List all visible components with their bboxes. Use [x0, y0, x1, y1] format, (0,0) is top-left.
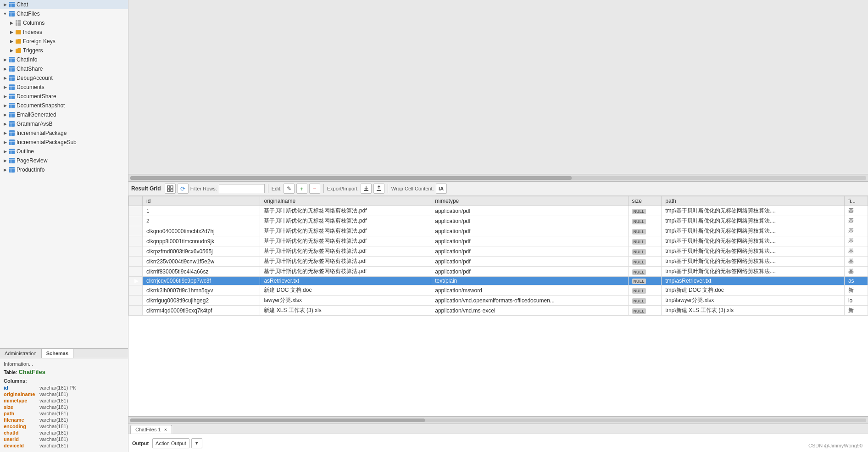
- cell-fi-0[interactable]: 基: [844, 206, 868, 216]
- cell-path-4[interactable]: tmp\基于贝叶斯优化的无标签网络剪枝算法....: [662, 246, 845, 257]
- action-output-btn[interactable]: Action Output: [152, 438, 189, 448]
- cell-originalname-0[interactable]: 基于贝叶斯优化的无标签网络剪枝算法.pdf: [260, 206, 431, 216]
- tree-item-chatinfo[interactable]: ▶ChatInfo: [0, 55, 128, 64]
- expand-arrow-10[interactable]: ▶: [2, 93, 8, 100]
- cell-originalname-7[interactable]: asRetriever.txt: [260, 277, 431, 285]
- expand-arrow-12[interactable]: ▶: [2, 112, 8, 118]
- cell-fi-10[interactable]: 新: [844, 306, 868, 316]
- tree-item-foreignkeys[interactable]: ▶Foreign Keys: [0, 37, 128, 46]
- cell-mimetype-0[interactable]: application/pdf: [431, 206, 628, 216]
- cell-path-5[interactable]: tmp\基于贝叶斯优化的无标签网络剪枝算法....: [662, 257, 845, 267]
- cell-id-6[interactable]: clkrrif830005ti9c4l4a66sz: [143, 267, 260, 277]
- cell-originalname-5[interactable]: 基于贝叶斯优化的无标签网络剪枝算法.pdf: [260, 257, 431, 267]
- cell-path-6[interactable]: tmp\基于贝叶斯优化的无标签网络剪枝算法....: [662, 267, 845, 277]
- table-row[interactable]: clkrr235v0004ti9cnw1f5e2w基于贝叶斯优化的无标签网络剪枝…: [129, 257, 868, 267]
- cell-originalname-1[interactable]: 基于贝叶斯优化的无标签网络剪枝算法.pdf: [260, 216, 431, 226]
- tree-item-documentshare[interactable]: ▶DocumentShare: [0, 92, 128, 101]
- cell-mimetype-4[interactable]: application/pdf: [431, 246, 628, 257]
- edit-delete-btn[interactable]: −: [309, 184, 320, 194]
- cell-mimetype-7[interactable]: text/plain: [431, 277, 628, 285]
- cell-id-2[interactable]: clkqno0400000timcbtx2d7hj: [143, 226, 260, 236]
- cell-fi-7[interactable]: as: [844, 277, 868, 285]
- tree-item-incrementalpackage[interactable]: ▶IncrementalPackage: [0, 128, 128, 138]
- tree-item-indexes[interactable]: ▶Indexes: [0, 28, 128, 37]
- tree-item-outline[interactable]: ▶Outline: [0, 147, 128, 156]
- table-row[interactable]: 1基于贝叶斯优化的无标签网络剪枝算法.pdfapplication/pdfNUL…: [129, 206, 868, 216]
- tree-item-pagereview[interactable]: ▶PageReview: [0, 156, 128, 165]
- cell-fi-4[interactable]: 基: [844, 246, 868, 257]
- cell-id-8[interactable]: clkrrk3lh0007ti9c1hmn5qyv: [143, 285, 260, 296]
- cell-size-2[interactable]: NULL: [628, 226, 662, 236]
- cell-path-8[interactable]: tmp\新建 DOC 文档.doc: [662, 285, 845, 296]
- cell-size-1[interactable]: NULL: [628, 216, 662, 226]
- wrap-cell-btn[interactable]: IA: [436, 184, 447, 194]
- table-row[interactable]: clkrrif830005ti9c4l4a66sz基于贝叶斯优化的无标签网络剪枝…: [129, 267, 868, 277]
- tree-item-grammaravsb[interactable]: ▶GrammarAvsB: [0, 119, 128, 128]
- cell-originalname-6[interactable]: 基于贝叶斯优化的无标签网络剪枝算法.pdf: [260, 267, 431, 277]
- cell-id-4[interactable]: clkrpzfmd0003ti9cx6v0565j: [143, 246, 260, 257]
- cell-mimetype-9[interactable]: application/vnd.openxmlformats-officedoc…: [431, 296, 628, 306]
- cell-originalname-2[interactable]: 基于贝叶斯优化的无标签网络剪枝算法.pdf: [260, 226, 431, 236]
- cell-path-1[interactable]: tmp\基于贝叶斯优化的无标签网络剪枝算法....: [662, 216, 845, 226]
- table-row[interactable]: clkrrk3lh0007ti9c1hmn5qyv新建 DOC 文档.docap…: [129, 285, 868, 296]
- scrollbar-thumb[interactable]: [130, 176, 572, 180]
- data-grid[interactable]: id originalname mimetype size path fi...…: [128, 196, 868, 416]
- edit-add-btn[interactable]: +: [296, 184, 307, 194]
- bottom-hscroll[interactable]: [128, 416, 868, 424]
- cell-size-6[interactable]: NULL: [628, 267, 662, 277]
- tree-item-documents[interactable]: ▶Documents: [0, 83, 128, 92]
- expand-arrow-3[interactable]: ▶: [8, 29, 15, 35]
- cell-path-9[interactable]: tmp\lawyer分类.xlsx: [662, 296, 845, 306]
- cell-fi-1[interactable]: 基: [844, 216, 868, 226]
- tree-item-chatfiles[interactable]: ▼ChatFiles: [0, 9, 128, 18]
- scrollbar-track[interactable]: [130, 176, 866, 180]
- table-row[interactable]: clkrrlgug0008ti9cujihgeg2lawyer分类.xlsxap…: [129, 296, 868, 306]
- cell-mimetype-3[interactable]: application/pdf: [431, 236, 628, 246]
- table-row[interactable]: clkqnpp8i0001timcnnudn9jk基于贝叶斯优化的无标签网络剪枝…: [129, 236, 868, 246]
- table-row[interactable]: ▶clkrrjcqv0006ti9c9pp7wc3fasRetriever.tx…: [129, 277, 868, 285]
- tree-item-incrementalpackagesub[interactable]: ▶IncrementalPackageSub: [0, 138, 128, 147]
- cell-mimetype-10[interactable]: application/vnd.ms-excel: [431, 306, 628, 316]
- cell-size-4[interactable]: NULL: [628, 246, 662, 257]
- expand-arrow-0[interactable]: ▶: [2, 1, 8, 8]
- cell-originalname-9[interactable]: lawyer分类.xlsx: [260, 296, 431, 306]
- expand-arrow-4[interactable]: ▶: [8, 38, 15, 45]
- bottom-scrollbar-thumb[interactable]: [130, 419, 425, 422]
- tree-item-emailgenerated[interactable]: ▶EmailGenerated: [0, 110, 128, 119]
- tab-schemas[interactable]: Schemas: [42, 349, 73, 358]
- expand-arrow-14[interactable]: ▶: [2, 130, 8, 136]
- cell-id-3[interactable]: clkqnpp8i0001timcnnudn9jk: [143, 236, 260, 246]
- tab-administration[interactable]: Administration: [0, 349, 42, 358]
- grid-view-btn[interactable]: [165, 184, 176, 194]
- expand-arrow-15[interactable]: ▶: [2, 139, 8, 145]
- tree-item-debugaccount[interactable]: ▶DebugAccount: [0, 73, 128, 83]
- expand-arrow-13[interactable]: ▶: [2, 121, 8, 127]
- import-btn[interactable]: [373, 184, 384, 194]
- cell-fi-9[interactable]: lo: [844, 296, 868, 306]
- col-header-mimetype[interactable]: mimetype: [431, 196, 628, 206]
- tree-item-productinfo[interactable]: ▶ProductInfo: [0, 165, 128, 174]
- col-header-path[interactable]: path: [662, 196, 845, 206]
- expand-arrow-6[interactable]: ▶: [2, 56, 8, 63]
- cell-mimetype-5[interactable]: application/pdf: [431, 257, 628, 267]
- cell-size-0[interactable]: NULL: [628, 206, 662, 216]
- cell-mimetype-2[interactable]: application/pdf: [431, 226, 628, 236]
- col-header-originalname[interactable]: originalname: [260, 196, 431, 206]
- cell-mimetype-6[interactable]: application/pdf: [431, 267, 628, 277]
- cell-originalname-8[interactable]: 新建 DOC 文档.doc: [260, 285, 431, 296]
- expand-arrow-2[interactable]: ▶: [8, 20, 15, 26]
- cell-id-0[interactable]: 1: [143, 206, 260, 216]
- cell-size-10[interactable]: NULL: [628, 306, 662, 316]
- cell-id-1[interactable]: 2: [143, 216, 260, 226]
- cell-size-9[interactable]: NULL: [628, 296, 662, 306]
- cell-mimetype-1[interactable]: application/pdf: [431, 216, 628, 226]
- cell-path-0[interactable]: tmp\基于贝叶斯优化的无标签网络剪枝算法....: [662, 206, 845, 216]
- tree-item-chatshare[interactable]: ▶ChatShare: [0, 64, 128, 73]
- table-row[interactable]: clkqno0400000timcbtx2d7hj基于贝叶斯优化的无标签网络剪枝…: [129, 226, 868, 236]
- cell-size-3[interactable]: NULL: [628, 236, 662, 246]
- tree-item-documentsnapshot[interactable]: ▶DocumentSnapshot: [0, 101, 128, 110]
- col-header-id[interactable]: id: [143, 196, 260, 206]
- edit-pencil-btn[interactable]: ✎: [284, 184, 295, 194]
- cell-fi-6[interactable]: 基: [844, 267, 868, 277]
- expand-arrow-5[interactable]: ▶: [8, 47, 15, 54]
